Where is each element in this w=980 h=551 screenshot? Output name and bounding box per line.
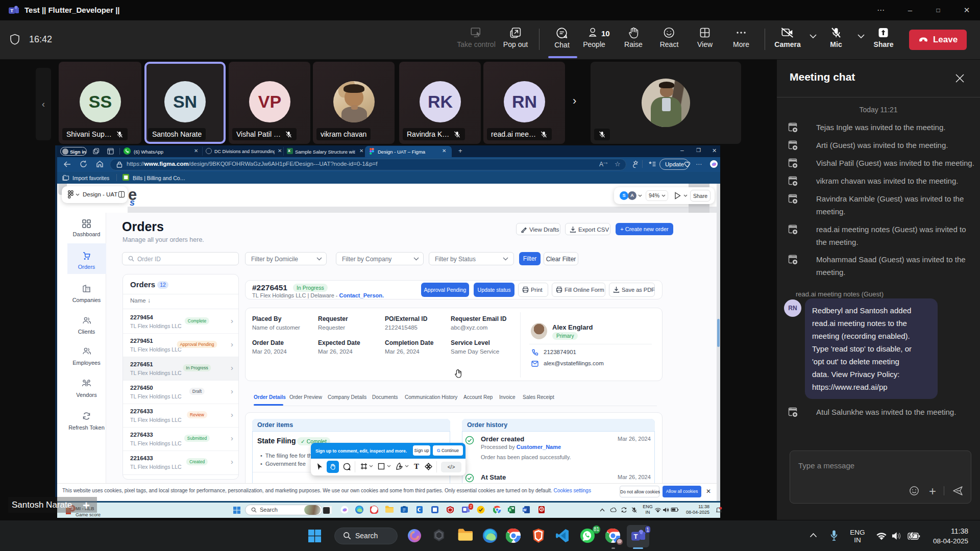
svg-text:T: T [10, 8, 13, 13]
svg-text:X: X [509, 508, 511, 512]
svg-text:T: T [634, 533, 638, 540]
svg-text:W: W [523, 508, 527, 512]
